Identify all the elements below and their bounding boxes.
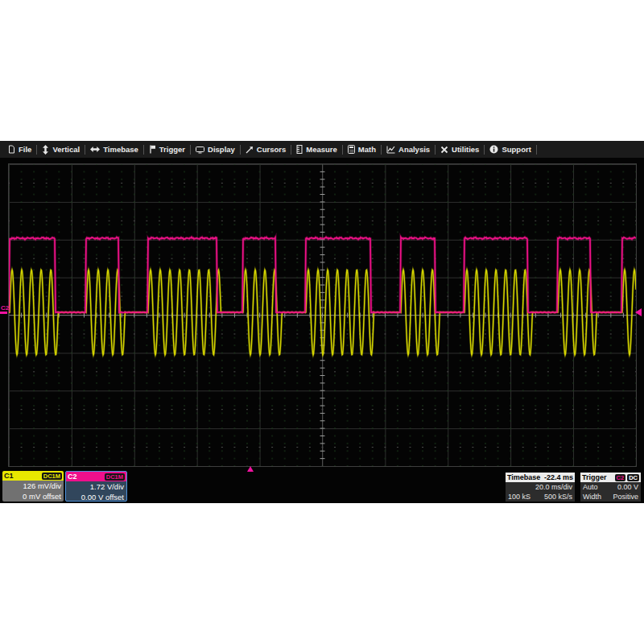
menu-item-math[interactable]: Math <box>343 141 381 158</box>
menu-item-analysis[interactable]: Analysis <box>382 141 435 158</box>
timebase-descriptor[interactable]: Timebase-22.4 ms 20.0 ms/div 100 kS500 k… <box>506 473 575 502</box>
display-icon <box>196 146 204 154</box>
c2-scale: 1.72 V/div <box>68 481 124 492</box>
menu-item-label: Cursors <box>257 145 286 154</box>
menu-item-label: File <box>19 145 31 154</box>
support-icon <box>489 145 498 154</box>
trigger-header: TriggerC2DC <box>580 473 641 482</box>
menu-item-measure[interactable]: Measure <box>291 141 342 158</box>
menu-item-cursors[interactable]: Cursors <box>241 141 291 158</box>
trigger-kind: Width <box>583 492 601 502</box>
trigger-title: Trigger <box>582 473 607 481</box>
timebase-delay: -22.4 ms <box>544 473 573 481</box>
trigger-level: 0.00 V <box>617 482 638 492</box>
trigger-coupling-badge: DC <box>627 474 639 481</box>
menu-item-support[interactable]: Support <box>485 141 535 158</box>
trigger-icon <box>149 145 156 154</box>
c2-zero-marker-label[interactable]: C2 <box>1 304 9 312</box>
c2-coupling-badge: DC1M <box>105 473 125 481</box>
timebase-body: 20.0 ms/div 100 kS500 kS/s <box>506 482 575 502</box>
menu-item-file[interactable]: File <box>3 141 36 158</box>
trigger-body: Auto0.00 V WidthPositive <box>580 482 641 502</box>
menu-item-label: Trigger <box>159 145 185 154</box>
analysis-icon <box>386 146 395 154</box>
page: { "menu": {"items":[ {"label":"File","ic… <box>0 0 644 644</box>
menu-separator <box>536 145 537 155</box>
trigger-source-badge: C2 <box>615 474 626 481</box>
c2-label: C2 <box>68 473 77 481</box>
c1-label: C1 <box>4 472 14 480</box>
menu-item-label: Measure <box>306 145 337 154</box>
menu-item-label: Vertical <box>52 145 80 154</box>
utilities-icon <box>440 146 448 154</box>
c1-offset: 0 mV offset <box>5 491 61 502</box>
vertical-icon <box>42 145 49 155</box>
graticule <box>8 163 637 467</box>
trigger-level-marker[interactable] <box>635 308 642 316</box>
menu-item-label: Display <box>208 145 235 154</box>
c1-coupling-badge: DC1M <box>42 473 62 480</box>
c1-body: 126 mV/div0 mV offset <box>2 481 64 502</box>
cursors-icon <box>246 146 254 154</box>
menu-item-label: Utilities <box>452 145 479 154</box>
c1-scale: 126 mV/div <box>5 481 61 491</box>
measure-icon <box>296 145 303 154</box>
menu-item-display[interactable]: Display <box>191 141 240 158</box>
oscilloscope-app: File Vertical Timebase Trigger Display C… <box>0 141 644 503</box>
menu-bar: File Vertical Timebase Trigger Display C… <box>0 141 644 158</box>
c1-header: C1DC1M <box>2 471 64 481</box>
menu-item-label: Analysis <box>398 145 430 154</box>
c2-body: 1.72 V/div0.00 V offset <box>66 481 126 502</box>
menu-item-vertical[interactable]: Vertical <box>37 141 85 158</box>
c2-header: C2DC1M <box>66 472 126 481</box>
menu-item-trigger[interactable]: Trigger <box>144 141 190 158</box>
channel-descriptor-c1[interactable]: C1DC1M 126 mV/div0 mV offset <box>2 471 64 502</box>
timebase-icon <box>90 146 100 153</box>
menu-item-label: Timebase <box>103 145 138 154</box>
timebase-header: Timebase-22.4 ms <box>506 473 575 482</box>
menu-item-timebase[interactable]: Timebase <box>85 141 143 158</box>
timebase-scale: 20.0 ms/div <box>535 482 572 492</box>
timebase-title: Timebase <box>507 473 540 481</box>
c2-zero-marker[interactable] <box>0 312 7 314</box>
trigger-descriptor[interactable]: TriggerC2DC Auto0.00 V WidthPositive <box>580 473 641 502</box>
trigger-slope: Positive <box>613 492 638 502</box>
waveform-display <box>9 164 636 466</box>
math-icon <box>348 145 355 154</box>
menu-item-utilities[interactable]: Utilities <box>436 141 484 158</box>
menu-item-label: Math <box>358 145 376 154</box>
trigger-time-marker[interactable] <box>247 466 254 472</box>
channel-descriptor-c2[interactable]: C2DC1M 1.72 V/div0.00 V offset <box>65 471 127 502</box>
timebase-rate: 500 kS/s <box>544 492 572 502</box>
timebase-samples: 100 kS <box>508 492 530 502</box>
file-icon <box>8 145 15 154</box>
menu-item-label: Support <box>502 145 530 154</box>
c2-offset: 0.00 V offset <box>68 492 124 502</box>
trigger-mode: Auto <box>583 482 598 492</box>
